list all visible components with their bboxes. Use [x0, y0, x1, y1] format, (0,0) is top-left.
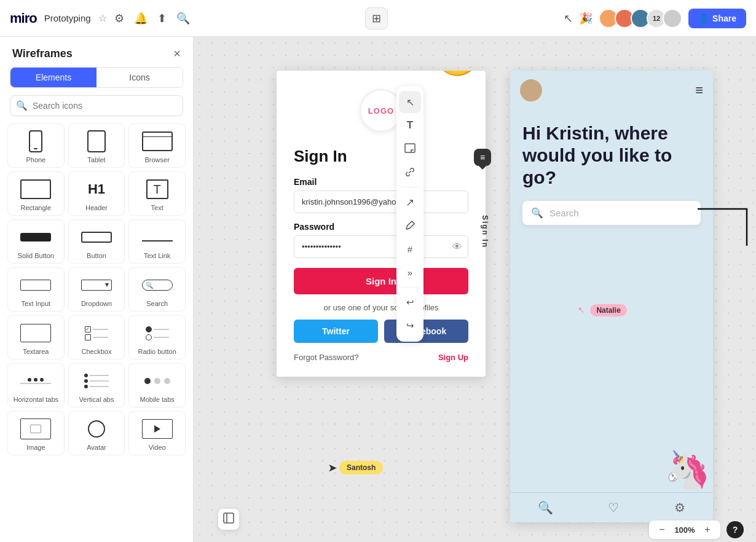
tool-panel: ↖ T ↗ # » ↩ ↪: [396, 86, 423, 342]
bottombar: − 100% + ?: [602, 517, 756, 542]
element-text-link[interactable]: Text Link: [128, 219, 186, 264]
element-image-label: Image: [26, 444, 45, 451]
password-input[interactable]: [294, 235, 468, 258]
tool-redo[interactable]: ↪: [399, 315, 421, 337]
upload-icon[interactable]: ⬆: [157, 12, 167, 25]
element-header[interactable]: H1 Header: [68, 171, 125, 216]
tool-pen[interactable]: [399, 214, 421, 237]
button-icon: [81, 232, 112, 243]
search-box[interactable]: 🔍 Search: [522, 201, 701, 225]
signin-button[interactable]: Sign In: [294, 268, 468, 294]
tool-text[interactable]: T: [399, 114, 421, 136]
element-image[interactable]: Image: [7, 411, 65, 455]
element-textarea-label: Textarea: [23, 348, 49, 355]
element-text-label: Text: [151, 204, 163, 211]
search-icon[interactable]: 🔍: [176, 12, 190, 25]
share-label: Share: [712, 14, 736, 23]
tool-divider-1: [401, 187, 419, 187]
dropdown-icon: [81, 280, 112, 291]
canvas[interactable]: ↖ T ↗ # » ↩ ↪ 😬 LOGO Sign In Email Passw…: [194, 37, 756, 542]
tool-frame[interactable]: #: [399, 238, 421, 260]
phone-icon: [29, 130, 42, 152]
celebrate-icon[interactable]: 🎉: [579, 12, 593, 25]
element-textarea[interactable]: Textarea: [7, 315, 65, 359]
rf-nav-heart[interactable]: ♡: [608, 500, 619, 515]
element-mobile-tabs[interactable]: Mobile tabs: [128, 363, 186, 407]
bell-icon[interactable]: 🔔: [134, 12, 148, 25]
tool-more[interactable]: »: [399, 261, 421, 283]
element-browser[interactable]: Browser: [128, 124, 186, 168]
help-button[interactable]: ?: [726, 521, 744, 538]
text-input-icon: [20, 280, 51, 291]
element-phone[interactable]: Phone: [7, 124, 65, 168]
element-video-label: Video: [149, 444, 166, 451]
element-vertical-tabs[interactable]: Vertical abs: [68, 363, 125, 407]
santosh-label: Santosh: [347, 463, 376, 472]
tab-icons[interactable]: Icons: [96, 68, 183, 87]
element-tablet[interactable]: Tablet: [68, 124, 125, 168]
share-button[interactable]: 👤 Share: [688, 9, 746, 28]
signin-footer: Forgot Password? Sign Up: [294, 353, 468, 362]
element-vertical-tabs-label: Vertical abs: [79, 396, 114, 403]
project-name: Prototyping: [44, 13, 91, 23]
svg-point-3: [524, 93, 538, 101]
right-frame: ≡ Hi Kristin, where would you like to go…: [510, 71, 713, 522]
rf-menu-icon[interactable]: ≡: [695, 82, 703, 98]
email-input[interactable]: [294, 190, 468, 213]
natalie-cursor: ↖ Natalie: [578, 304, 627, 316]
rf-nav-settings[interactable]: ⚙: [674, 500, 685, 515]
l-bracket: [698, 209, 756, 283]
element-tablet-label: Tablet: [87, 156, 105, 163]
tool-sticky[interactable]: [399, 138, 421, 160]
tool-link[interactable]: [399, 161, 421, 183]
element-button[interactable]: Button: [68, 219, 125, 264]
element-horizontal-tabs[interactable]: Horizontal tabs: [7, 363, 65, 407]
element-video[interactable]: Video: [128, 411, 186, 455]
zoom-out-button[interactable]: −: [655, 523, 669, 536]
element-rectangle[interactable]: Rectangle: [7, 171, 65, 216]
element-text[interactable]: T Text: [128, 171, 186, 216]
element-radio-button[interactable]: Radio button: [128, 315, 186, 359]
right-frame-header: ≡: [510, 71, 713, 110]
settings-icon[interactable]: ⚙: [114, 12, 124, 25]
rf-avatar: [520, 79, 542, 101]
topbar-icons: ⚙ 🔔 ⬆ 🔍: [114, 12, 190, 25]
element-checkbox[interactable]: Checkbox: [68, 315, 125, 359]
element-header-label: Header: [85, 204, 108, 211]
video-icon: [142, 419, 173, 439]
element-text-input[interactable]: Text Input: [7, 267, 65, 312]
grid-button[interactable]: ⊞: [365, 7, 388, 29]
star-icon[interactable]: ☆: [98, 12, 107, 24]
password-label: Password: [294, 222, 468, 232]
panel-toggle-button[interactable]: [218, 509, 239, 530]
element-solid-button[interactable]: Solid Button: [7, 219, 65, 264]
rf-nav-search[interactable]: 🔍: [538, 500, 553, 515]
tool-arrow[interactable]: ↗: [399, 191, 421, 213]
santosh-bubble-arrow: ➤: [328, 462, 336, 474]
signup-link[interactable]: Sign Up: [438, 353, 468, 362]
cursor-mode-icon[interactable]: ↖: [564, 12, 573, 25]
tab-elements[interactable]: Elements: [10, 68, 96, 87]
header-icon: H1: [88, 183, 105, 196]
element-radio-button-label: Radio button: [138, 348, 176, 355]
mobile-tabs-icon: [144, 378, 170, 384]
tool-divider-2: [401, 287, 419, 288]
text-link-icon: [142, 233, 173, 242]
zoom-in-button[interactable]: +: [701, 523, 714, 536]
element-search[interactable]: Search: [128, 267, 186, 312]
forgot-password-link[interactable]: Forgot Password?: [294, 353, 359, 362]
signin-frame: 😬 LOGO Sign In Email Password 👁 Sign In …: [277, 71, 486, 377]
sidebar-close-button[interactable]: ×: [173, 47, 181, 61]
element-avatar[interactable]: Avatar: [68, 411, 125, 455]
twitter-button[interactable]: Twitter: [294, 320, 378, 343]
element-rectangle-label: Rectangle: [21, 204, 52, 211]
topbar-left: miro Prototyping ☆ ⚙ 🔔 ⬆ 🔍: [10, 10, 190, 26]
eye-icon[interactable]: 👁: [452, 242, 462, 253]
element-dropdown[interactable]: Dropdown: [68, 267, 125, 312]
search-input[interactable]: [10, 95, 183, 116]
tool-cursor[interactable]: ↖: [399, 91, 421, 113]
santosh-bubble: ➤ Santosh: [339, 461, 383, 474]
tool-undo[interactable]: ↩: [399, 291, 421, 313]
topbar-right: ↖ 🎉 12 👤 Share: [564, 9, 746, 28]
text-icon: T: [146, 179, 168, 199]
